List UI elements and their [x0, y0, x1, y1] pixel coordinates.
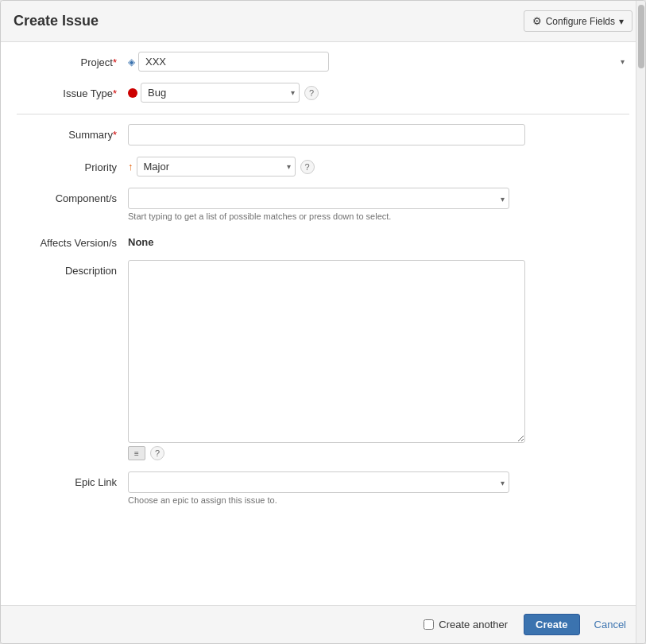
issue-type-label: Issue Type*: [17, 83, 128, 99]
configure-fields-button[interactable]: ⚙ Configure Fields ▾: [524, 10, 632, 32]
components-control-wrap: ▾ Start typing to get a list of possible…: [128, 188, 629, 221]
issue-type-row: Issue Type* Bug ▾ ?: [17, 83, 629, 103]
epic-link-label: Epic Link: [17, 471, 128, 488]
components-row: Component/s ▾ Start typing to get a list…: [17, 188, 629, 221]
priority-select[interactable]: Major: [137, 157, 296, 177]
affects-version-value: None: [128, 232, 629, 248]
epic-link-wrapper: ▾: [128, 471, 509, 493]
issue-type-select-wrapper: Bug ▾: [128, 83, 300, 103]
description-row: Description ≡ ?: [17, 260, 629, 460]
dialog-body: Project* ◈ XXX ▾ I: [1, 42, 645, 605]
epic-link-row: Epic Link ▾ Choose an epic to assign thi…: [17, 471, 629, 505]
configure-fields-chevron: ▾: [619, 16, 624, 27]
description-help-icon[interactable]: ?: [150, 446, 164, 460]
create-another-checkbox[interactable]: [424, 619, 434, 630]
description-control-wrap: ≡ ?: [128, 260, 629, 460]
section-divider: [17, 114, 629, 114]
affects-version-row: Affects Version/s None: [17, 232, 629, 249]
epic-link-control-wrap: ▾ Choose an epic to assign this issue to…: [128, 471, 629, 505]
components-input[interactable]: [128, 188, 509, 209]
project-control-wrap: ◈ XXX ▾: [128, 52, 629, 72]
priority-label: Priority: [17, 157, 128, 173]
summary-row: Summary*: [17, 124, 629, 145]
priority-help-icon[interactable]: ?: [300, 160, 315, 174]
configure-fields-label: Configure Fields: [546, 16, 615, 27]
project-row: Project* ◈ XXX ▾: [17, 52, 629, 72]
editor-toolbar-button[interactable]: ≡: [128, 446, 145, 460]
project-select-wrapper: ◈ XXX ▾: [128, 52, 629, 72]
affects-version-label: Affects Version/s: [17, 232, 128, 249]
editor-toolbar-icon: ≡: [134, 449, 139, 458]
components-label: Component/s: [17, 188, 128, 204]
priority-control-wrap: ↑ Major ▾ ?: [128, 157, 629, 177]
project-label: Project*: [17, 52, 128, 68]
components-select-wrapper: ▾: [128, 188, 509, 209]
summary-label: Summary*: [17, 124, 128, 141]
description-toolbar: ≡ ?: [128, 446, 629, 460]
create-button[interactable]: Create: [524, 614, 579, 635]
description-label: Description: [17, 260, 128, 277]
issue-type-help-icon[interactable]: ?: [304, 86, 319, 100]
project-nav-icon: ◈: [128, 56, 135, 68]
create-issue-dialog: Create Issue ⚙ Configure Fields ▾ Projec…: [0, 0, 646, 644]
epic-link-input[interactable]: [128, 471, 509, 493]
affects-version-control-wrap: None: [128, 232, 629, 248]
dialog-title: Create Issue: [14, 13, 99, 29]
create-another-label[interactable]: Create another: [439, 619, 508, 630]
footer-left: Create another: [14, 619, 516, 630]
scrollbar[interactable]: [636, 1, 645, 643]
priority-icon: ↑: [128, 161, 133, 173]
scrollbar-thumb: [638, 5, 644, 68]
priority-row: Priority ↑ Major ▾ ?: [17, 157, 629, 177]
project-select[interactable]: XXX: [138, 52, 329, 72]
cancel-button[interactable]: Cancel: [588, 615, 632, 634]
gear-icon: ⚙: [532, 15, 542, 27]
project-select-arrow: ▾: [621, 57, 625, 66]
description-textarea[interactable]: [128, 260, 525, 443]
dialog-header: Create Issue ⚙ Configure Fields ▾: [1, 1, 645, 42]
epic-link-hint: Choose an epic to assign this issue to.: [128, 495, 629, 505]
bug-icon: [128, 88, 137, 98]
issue-type-select[interactable]: Bug: [141, 83, 300, 103]
project-required-star: *: [113, 56, 117, 68]
dialog-footer: Create another Create Cancel: [1, 605, 645, 643]
components-hint: Start typing to get a list of possible m…: [128, 211, 629, 221]
summary-input[interactable]: [128, 124, 525, 145]
issue-type-required-star: *: [113, 87, 117, 99]
basic-fields-section: Project* ◈ XXX ▾ I: [17, 42, 629, 526]
priority-select-wrapper: ↑ Major ▾: [128, 157, 296, 177]
issue-type-control-wrap: Bug ▾ ?: [128, 83, 629, 103]
summary-control-wrap: [128, 124, 629, 145]
summary-required-star: *: [113, 129, 117, 141]
